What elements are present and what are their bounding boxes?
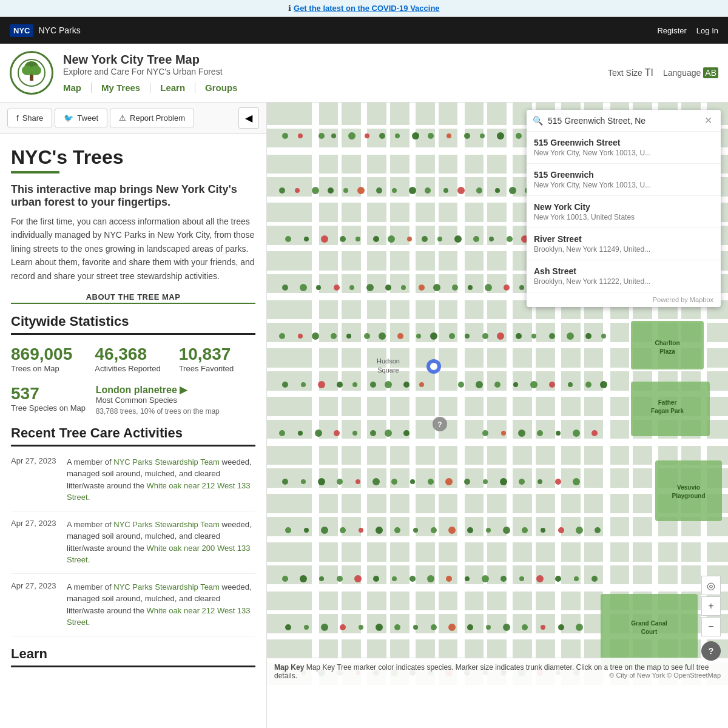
svg-point-156 [449,333,455,339]
activity-desc-1: A member of NYC Parks Stewardship Team w… [67,456,255,504]
map-container[interactable]: James J Walker Park Charlton Plaza Fathe… [267,103,728,685]
activity-item: Apr 27, 2023 A member of NYC Parks Stewa… [11,511,255,574]
svg-point-246 [427,575,434,582]
nav-my-trees[interactable]: My Trees [92,83,150,93]
svg-point-199 [537,430,543,436]
login-link[interactable]: Log In [696,26,718,35]
info-icon: ℹ [288,4,291,13]
search-result-3[interactable]: New York City New York 10013, United Sta… [527,196,721,228]
svg-point-200 [556,431,561,436]
svg-point-202 [592,430,598,436]
action-bar: f Share 🐦 Tweet ⚠ Report Problem ◀ [0,103,266,134]
svg-point-93 [497,132,504,140]
svg-point-262 [394,624,400,630]
intro-bold: This interactive map brings New York Cit… [11,183,255,209]
svg-point-269 [522,624,528,630]
zoom-in-button[interactable]: + [701,596,721,616]
sidebar-body: NYC's Trees This interactive map brings … [0,134,266,682]
share-button[interactable]: f Share [7,109,52,127]
svg-point-263 [413,625,418,630]
map-search-close-button[interactable]: ✕ [702,115,715,126]
tweet-button[interactable]: 🐦 Tweet [55,109,107,127]
covid-link[interactable]: Get the latest on the COVID-19 Vaccine [294,4,440,13]
svg-point-122 [454,235,462,243]
stewardship-link-2[interactable]: NYC Parks Stewardship Team [113,520,220,529]
svg-text:Plaza: Plaza [659,348,675,355]
svg-point-86 [379,133,385,139]
svg-point-102 [376,187,382,194]
activities-section: Recent Tree Care Activities Apr 27, 2023… [11,425,255,636]
svg-point-159 [497,332,504,340]
stewardship-link-3[interactable]: NYC Parks Stewardship Team [113,582,220,592]
svg-point-141 [519,285,524,290]
register-link[interactable]: Register [657,26,686,35]
svg-point-109 [495,188,500,193]
svg-text:Fagan Park: Fagan Park [651,408,684,414]
svg-point-250 [500,576,507,582]
header-right: Text Size TI Language AB [608,67,718,78]
svg-point-189 [298,431,303,436]
svg-point-268 [503,624,510,631]
svg-point-96 [279,187,285,194]
mapbox-credit: Powered by Mapbox [527,292,721,307]
species-detail: 83,788 trees, 10% of trees on the map [96,407,255,416]
svg-point-87 [395,133,400,138]
svg-point-238 [282,576,288,582]
map-search-input[interactable] [548,116,702,126]
svg-point-170 [282,382,288,388]
site-title: New York City Tree Map [63,53,608,67]
svg-point-196 [482,430,488,436]
common-species-link[interactable]: London planetree ▶ [96,385,187,395]
locate-button[interactable]: ◎ [701,576,721,595]
zoom-out-button[interactable]: − [701,617,721,636]
map-help-button[interactable]: ? [701,641,721,661]
search-result-4[interactable]: River Street Brooklyn, New York 11249, U… [527,228,721,260]
svg-point-211 [428,479,434,485]
svg-point-232 [503,527,510,534]
svg-point-231 [486,528,491,533]
svg-point-85 [365,133,369,138]
stewardship-link-1[interactable]: NYC Parks Stewardship Team [113,457,220,467]
about-tree-map-link[interactable]: ABOUT THE TREE MAP [11,292,255,304]
search-result-2[interactable]: 515 Greenwich New York City, New York 10… [527,164,721,196]
activity-suffix-3: . [88,618,90,627]
svg-point-184 [549,382,555,388]
text-size-control[interactable]: Text Size TI [608,67,653,78]
nav-map[interactable]: Map [63,83,92,93]
svg-rect-2 [30,75,33,81]
collapse-button[interactable]: ◀ [238,107,259,129]
search-result-5[interactable]: Ash Street Brooklyn, New York 11222, Uni… [527,260,721,292]
svg-point-128 [300,284,307,291]
nav-groups[interactable]: Groups [195,83,247,93]
svg-point-227 [413,528,418,533]
svg-point-83 [331,133,336,138]
svg-point-113 [304,237,309,241]
svg-text:Father: Father [658,399,677,406]
result-sub-2: New York City, New York 10013, U... [534,181,713,189]
stats-grid: 869,005 Trees on Map 46,368 Activities R… [11,345,255,374]
activities-title: Recent Tree Care Activities [11,425,255,447]
language-control[interactable]: Language AB [663,67,718,78]
svg-point-219 [573,478,580,485]
species-name: London planetree [96,385,177,395]
report-button[interactable]: ⚠ Report Problem [110,109,194,127]
nav-learn[interactable]: Learn [150,83,195,93]
search-result-1[interactable]: 515 Greenwich Street New York City, New … [527,132,721,164]
result-sub-4: Brooklyn, New York 11249, United... [534,245,713,254]
svg-point-254 [574,576,579,581]
result-title-2: 515 Greenwich [534,170,713,180]
site-logo [10,51,53,95]
svg-point-163 [567,332,574,340]
svg-point-188 [279,430,285,436]
svg-point-175 [370,382,376,388]
svg-point-119 [407,237,412,241]
svg-point-179 [458,382,464,388]
svg-point-233 [522,527,528,533]
svg-point-154 [416,334,421,339]
svg-point-124 [489,237,494,241]
svg-point-100 [343,188,348,193]
svg-point-240 [319,576,324,581]
svg-point-117 [373,236,379,242]
svg-point-125 [507,236,513,242]
svg-text:Grand Canal: Grand Canal [631,620,667,627]
